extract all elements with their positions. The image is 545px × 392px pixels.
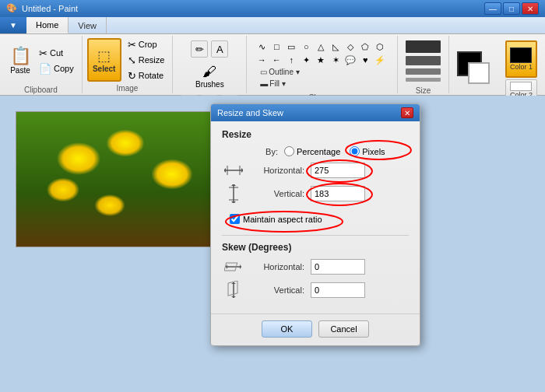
dialog-close-button[interactable]: ✕ (401, 107, 413, 118)
window-controls: — □ ✕ (484, 2, 539, 15)
horizontal-label: Horizontal: (248, 166, 311, 175)
vertical-label: Vertical: (248, 189, 311, 198)
color1-label: Color 1 (510, 63, 533, 71)
outline-button[interactable]: ▭ Outline ▾ (258, 67, 301, 77)
svg-marker-21 (231, 296, 236, 298)
resize-skew-dialog: Resize and Skew ✕ Resize By: Percentage (210, 103, 420, 346)
color1-preview (510, 47, 532, 63)
pixels-radio-label[interactable]: Pixels (350, 146, 385, 156)
image-items: ⬚ Select ✂ Crop ⤡ Resize ↻ Rotate (87, 37, 168, 82)
select-button[interactable]: ⬚ Select (87, 38, 121, 82)
shape-ellipse[interactable]: ○ (299, 40, 313, 53)
svg-marker-16 (240, 264, 241, 269)
size-option-1[interactable] (406, 40, 441, 53)
shape-lightning[interactable]: ⚡ (373, 54, 387, 66)
dialog-title-bar: Resize and Skew ✕ (211, 104, 420, 121)
select-icon: ⬚ (97, 47, 111, 65)
size-option-2[interactable] (406, 56, 441, 65)
shape-heart[interactable]: ♥ (358, 54, 372, 66)
color2-block[interactable] (468, 62, 490, 84)
ribbon: ▼ Home View 📋 Paste ✂ Cut 📄 C (0, 17, 545, 96)
size-label: Size (416, 85, 431, 95)
crop-icon: ✂ (128, 39, 136, 51)
close-button[interactable]: ✕ (522, 2, 539, 15)
dialog-title: Resize and Skew (217, 108, 401, 117)
window-title: Untitled - Paint (22, 4, 484, 13)
shape-pentagon[interactable]: ⬠ (358, 40, 372, 53)
cancel-button[interactable]: Cancel (318, 320, 369, 338)
clipboard-label: Clipboard (24, 84, 58, 94)
pencil-tool[interactable]: ✏ (191, 40, 208, 58)
size-items (403, 37, 444, 85)
shape-star6[interactable]: ✶ (329, 54, 343, 66)
maintain-aspect-row: Maintain aspect ratio (230, 214, 322, 224)
shape-squiggle[interactable]: ∿ (255, 40, 269, 53)
cut-icon: ✂ (39, 47, 47, 59)
skew-horizontal-input[interactable] (311, 259, 365, 275)
horizontal-input[interactable] (311, 163, 365, 178)
svg-marker-8 (231, 184, 236, 186)
shape-hexagon[interactable]: ⬡ (373, 40, 387, 53)
shape-diamond[interactable]: ◇ (343, 40, 357, 53)
rotate-button[interactable]: ↻ Rotate (125, 68, 168, 82)
title-bar: 🎨 Untitled - Paint — □ ✕ (0, 0, 545, 17)
skew-section-title: Skew (Degrees) (222, 242, 409, 253)
paste-button[interactable]: 📋 Paste (5, 37, 36, 84)
shape-star4[interactable]: ✦ (299, 54, 313, 66)
shape-round-rect[interactable]: ▭ (284, 40, 298, 53)
clipboard-items: 📋 Paste ✂ Cut 📄 Copy (5, 37, 77, 84)
app-icon: 🎨 (6, 3, 17, 14)
shape-star5[interactable]: ★ (314, 54, 328, 66)
resize-button[interactable]: ⤡ Resize (125, 53, 168, 67)
skew-vertical-row: Vertical: (222, 281, 409, 299)
percentage-radio[interactable] (284, 146, 294, 156)
vertical-input[interactable] (311, 186, 365, 201)
copy-icon: 📄 (39, 63, 51, 75)
fill-button[interactable]: ▬ Fill ▾ (258, 79, 301, 89)
color1-button[interactable]: Color 1 (505, 40, 537, 78)
shape-callout[interactable]: 💬 (343, 54, 357, 66)
vertical-resize-icon (227, 184, 241, 203)
tools-group: ✏ A 🖌 Brushes 🪣 🔍 🔎 Image (173, 36, 247, 93)
text-tool[interactable]: A (211, 40, 228, 58)
brushes-button[interactable]: 🖌 Brushes (191, 61, 229, 92)
svg-marker-3 (241, 168, 243, 173)
cut-button[interactable]: ✂ Cut (36, 46, 77, 60)
minimize-button[interactable]: — (484, 2, 501, 15)
main-area: Resize and Skew ✕ Resize By: Percentage (0, 96, 545, 392)
shape-rect[interactable]: □ (269, 40, 283, 53)
copy-button[interactable]: 📄 Copy (36, 61, 77, 75)
svg-marker-2 (224, 168, 226, 173)
skew-vertical-input[interactable] (311, 282, 365, 298)
shape-triangle[interactable]: △ (314, 40, 328, 53)
shape-left-arrow[interactable]: ← (269, 54, 283, 66)
fill-icon: ▬ (260, 79, 268, 88)
skew-horizontal-label: Horizontal: (248, 262, 311, 271)
shape-right-triangle[interactable]: ◺ (329, 40, 343, 53)
pixels-radio[interactable] (350, 146, 360, 156)
percentage-radio-label[interactable]: Percentage (284, 146, 340, 156)
tab-view[interactable]: View (69, 17, 107, 33)
size-option-4[interactable] (406, 78, 441, 82)
image-label: Image (117, 82, 139, 93)
shape-up-arrow[interactable]: ↑ (284, 54, 298, 66)
clipboard-group: 📋 Paste ✂ Cut 📄 Copy Clipboard (0, 36, 83, 93)
size-group: Size (398, 36, 449, 93)
size-option-3[interactable] (406, 68, 441, 75)
vertical-resize-row: Vertical: (222, 184, 409, 203)
by-row: By: Percentage Pixels (222, 146, 409, 156)
color-blocks (457, 51, 502, 90)
maximize-button[interactable]: □ (503, 2, 520, 15)
tab-home[interactable]: Home (26, 17, 69, 33)
app-menu-button[interactable]: ▼ (0, 17, 26, 33)
rotate-icon: ↻ (128, 70, 136, 82)
maintain-aspect-checkbox[interactable] (230, 214, 240, 224)
maintain-aspect-label[interactable]: Maintain aspect ratio (230, 214, 322, 224)
shape-right-arrow[interactable]: → (255, 54, 269, 66)
crop-button[interactable]: ✂ Crop (125, 37, 168, 51)
dialog-overlay: Resize and Skew ✕ Resize By: Percentage (0, 96, 545, 392)
resize-section-title: Resize (222, 129, 409, 140)
svg-marker-9 (231, 201, 236, 203)
color2-preview (510, 82, 532, 91)
ok-button[interactable]: OK (262, 320, 312, 338)
